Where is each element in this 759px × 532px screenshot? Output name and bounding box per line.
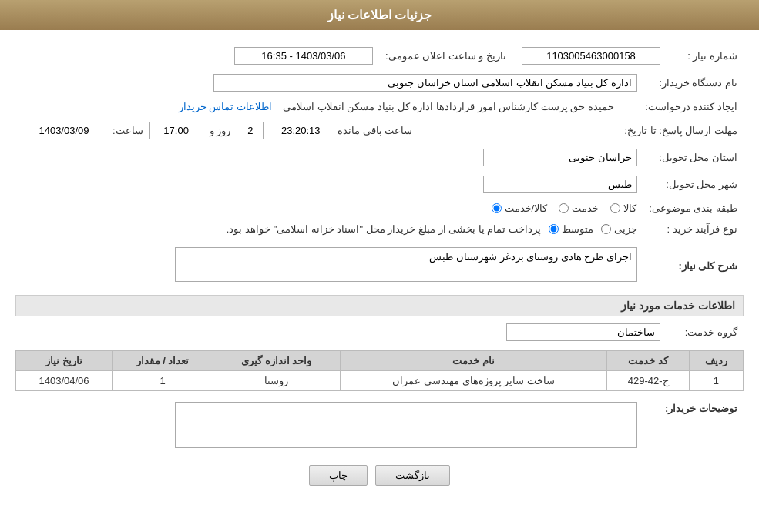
table-cell-row: 1 bbox=[689, 371, 743, 391]
process-motavaset-option[interactable]: متوسط bbox=[549, 223, 593, 235]
city-input[interactable] bbox=[483, 176, 637, 193]
buyer-desc-label: توضیحات خریدار: bbox=[643, 399, 744, 453]
table-cell-qty: 1 bbox=[113, 371, 213, 391]
page-title: جزئیات اطلاعات نیاز bbox=[327, 8, 432, 22]
category-khedmat-radio[interactable] bbox=[559, 203, 569, 213]
table-cell-code: ج-42-429 bbox=[607, 371, 689, 391]
table-col-code: کد خدمت bbox=[607, 351, 689, 371]
buyer-org-input[interactable] bbox=[213, 74, 637, 92]
process-jozvi-radio[interactable] bbox=[601, 224, 611, 234]
province-value-cell bbox=[15, 146, 643, 169]
buttons-row: بازگشت چاپ bbox=[15, 465, 744, 486]
general-desc-textarea[interactable] bbox=[175, 247, 637, 282]
deadline-time-label: ساعت: bbox=[113, 125, 143, 136]
table-col-unit: واحد اندازه گیری bbox=[213, 351, 340, 371]
city-value-cell bbox=[15, 172, 643, 196]
process-motavaset-label: متوسط bbox=[562, 223, 593, 235]
table-col-name: نام خدمت bbox=[340, 351, 607, 371]
category-khedmat-option[interactable]: خدمت bbox=[559, 202, 599, 214]
general-desc-label: شرح کلی نیاز: bbox=[643, 244, 744, 287]
table-row: 1ج-42-429ساخت سایر پروژه‌های مهندسی عمرا… bbox=[16, 371, 744, 391]
process-desc-text: پرداخت تمام یا بخشی از مبلغ خریداز محل "… bbox=[227, 223, 541, 235]
creator-label: ایجاد کننده درخواست: bbox=[620, 98, 744, 115]
deadline-days-input[interactable] bbox=[237, 122, 264, 139]
announce-date-value-cell bbox=[15, 44, 379, 68]
creator-value: حمیده حق پرست کارشناس امور قراردادها ادا… bbox=[283, 101, 614, 112]
table-col-date: تاریخ نیاز bbox=[16, 351, 113, 371]
buyer-org-label: نام دستگاه خریدار: bbox=[643, 71, 744, 95]
category-khedmat-label: خدمت bbox=[572, 202, 599, 214]
province-input[interactable] bbox=[483, 149, 637, 166]
province-label: استان محل تحویل: bbox=[643, 146, 744, 169]
table-col-qty: تعداد / مقدار bbox=[113, 351, 213, 371]
print-button[interactable]: چاپ bbox=[309, 465, 368, 486]
buyer-desc-value-cell bbox=[15, 399, 643, 453]
category-kala-khedmat-radio[interactable] bbox=[492, 203, 502, 213]
city-label: شهر محل تحویل: bbox=[643, 172, 744, 196]
category-kala-khedmat-option[interactable]: کالا/خدمت bbox=[492, 202, 548, 214]
remaining-label: ساعت باقی مانده bbox=[338, 125, 412, 136]
back-button[interactable]: بازگشت bbox=[375, 465, 450, 486]
need-number-input[interactable] bbox=[522, 47, 660, 65]
general-desc-value-cell bbox=[15, 244, 643, 287]
announce-date-label: تاریخ و ساعت اعلان عمومی: bbox=[379, 44, 512, 68]
need-number-label: شماره نیاز : bbox=[667, 44, 744, 68]
deadline-label: مهلت ارسال پاسخ: تا تاریخ: bbox=[618, 119, 744, 142]
service-group-value-cell bbox=[15, 320, 667, 344]
table-cell-date: 1403/04/06 bbox=[16, 371, 113, 391]
category-kala-option[interactable]: کالا bbox=[610, 202, 636, 214]
process-jozvi-label: جزیی bbox=[614, 223, 637, 235]
category-kala-radio[interactable] bbox=[610, 203, 620, 213]
service-group-label: گروه خدمت: bbox=[667, 320, 744, 344]
category-value-cell: کالا خدمت کالا/خدمت bbox=[15, 199, 643, 217]
announce-date-input[interactable] bbox=[234, 47, 373, 65]
category-kala-khedmat-label: کالا/خدمت bbox=[505, 202, 548, 214]
service-group-input[interactable] bbox=[506, 323, 660, 341]
remaining-time-input[interactable] bbox=[270, 122, 331, 139]
table-col-row: ردیف bbox=[689, 351, 743, 371]
table-cell-name: ساخت سایر پروژه‌های مهندسی عمران bbox=[340, 371, 607, 391]
process-motavaset-radio[interactable] bbox=[549, 224, 559, 234]
deadline-days-label: روز و bbox=[210, 125, 231, 136]
buyer-org-value-cell bbox=[15, 71, 643, 95]
process-label: نوع فرآیند خرید : bbox=[643, 220, 744, 238]
process-jozvi-option[interactable]: جزیی bbox=[601, 223, 637, 235]
creator-value-cell: حمیده حق پرست کارشناس امور قراردادها ادا… bbox=[15, 98, 620, 115]
deadline-date-input[interactable] bbox=[22, 122, 106, 139]
table-cell-unit: روستا bbox=[213, 371, 340, 391]
services-section-title: اطلاعات خدمات مورد نیاز bbox=[15, 295, 744, 316]
process-value-cell: جزیی متوسط پرداخت تمام یا بخشی از مبلغ خ… bbox=[15, 220, 643, 238]
category-label: طبقه بندی موضوعی: bbox=[643, 199, 744, 217]
buyer-desc-textarea[interactable] bbox=[175, 402, 637, 448]
deadline-row-cell: ساعت: روز و ساعت باقی مانده bbox=[15, 119, 618, 142]
need-number-value-cell bbox=[512, 44, 667, 68]
page-header: جزئیات اطلاعات نیاز bbox=[0, 0, 759, 30]
contact-link[interactable]: اطلاعات تماس خریدار bbox=[179, 101, 272, 112]
category-kala-label: کالا bbox=[623, 202, 636, 214]
deadline-time-input[interactable] bbox=[149, 122, 203, 139]
